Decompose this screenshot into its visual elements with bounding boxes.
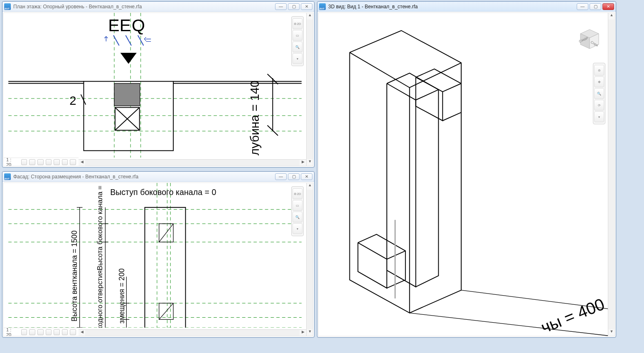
- facade-title: Фасад: Сторона размещения - Вентканал_в_…: [13, 174, 275, 180]
- threeD-view-window: 3D вид: Вид 1 - Вентканал_в_стене.rfa — …: [317, 1, 616, 338]
- plan-dim-depth: лубина = 140: [248, 81, 261, 156]
- view-cube[interactable]: Сзади Спра: [575, 25, 602, 51]
- steering-wheel-icon[interactable]: ⊚2D: [293, 18, 302, 29]
- horizontal-scrollbar[interactable]: ◀ ▶: [79, 159, 306, 166]
- rvt-file-icon: [4, 3, 11, 10]
- vertical-scrollbar[interactable]: ▲ ▼: [306, 183, 313, 336]
- threeD-dim-width: чы = 400: [538, 295, 607, 336]
- scroll-down-icon[interactable]: ▼: [307, 159, 313, 166]
- scroll-up-icon[interactable]: ▲: [307, 183, 313, 190]
- plan-drawing: EE Q 2 лубина = 140: [4, 13, 306, 158]
- eq-label-left: EE: [108, 16, 131, 35]
- minimize-button[interactable]: —: [275, 3, 287, 10]
- facade-drawing: Выступ бокового канала = 0: [4, 183, 306, 328]
- svg-line-50: [442, 84, 461, 92]
- plan-dim-2: 2: [69, 94, 76, 107]
- hide-isolate-icon[interactable]: [62, 159, 68, 165]
- nav-panel: ⊚2D ▭ 🔍 ▾: [291, 186, 304, 236]
- visual-style-icon[interactable]: [29, 329, 35, 335]
- threeD-drawing: чы = 400: [319, 13, 608, 336]
- facade-canvas[interactable]: Выступ бокового канала = 0: [3, 183, 313, 336]
- reveal-icon[interactable]: [70, 329, 76, 335]
- scroll-down-icon[interactable]: ▼: [307, 329, 313, 336]
- minimize-button[interactable]: —: [275, 173, 287, 180]
- maximize-button[interactable]: ▢: [288, 173, 300, 180]
- minimize-button[interactable]: —: [577, 3, 588, 10]
- shadows-icon[interactable]: [46, 329, 52, 335]
- expand-icon[interactable]: ▾: [293, 53, 302, 64]
- pan-icon[interactable]: ▭: [293, 200, 302, 211]
- svg-rect-33: [145, 207, 185, 328]
- steering-wheel-icon[interactable]: ⊚: [594, 65, 604, 76]
- scroll-down-icon[interactable]: ▼: [608, 329, 615, 336]
- detail-level-icon[interactable]: [21, 329, 27, 335]
- facade-label-offset: змещения = 200: [118, 268, 126, 323]
- shadows-icon[interactable]: [46, 159, 52, 165]
- threeD-titlebar[interactable]: 3D вид: Вид 1 - Вентканал_в_стене.rfa — …: [317, 2, 616, 12]
- close-button[interactable]: ✕: [301, 173, 312, 180]
- scroll-up-icon[interactable]: ▲: [608, 13, 615, 20]
- facade-view-control-bar: 1 : 20: [4, 328, 79, 336]
- vertical-scrollbar[interactable]: ▲ ▼: [608, 13, 615, 336]
- plan-scale[interactable]: 1 : 20: [6, 157, 17, 167]
- threeD-title: 3D вид: Вид 1 - Вентканал_в_стене.rfa: [328, 4, 577, 10]
- eq-label-right: Q: [132, 16, 145, 35]
- plan-canvas[interactable]: EE Q 2 лубина = 140: [3, 12, 313, 166]
- pan-icon[interactable]: ▭: [293, 30, 302, 41]
- plan-title: План этажа: Опорный уровень - Вентканал_…: [13, 4, 275, 10]
- scroll-up-icon[interactable]: ▲: [307, 13, 313, 20]
- crop-view-icon[interactable]: [54, 159, 60, 165]
- threeD-canvas[interactable]: чы = 400 Сзади Спра ⊚ ✥ 🔍 ⟳ ▾ ▲ ▼: [318, 12, 615, 336]
- scroll-left-icon[interactable]: ◀: [79, 330, 85, 336]
- nav-panel: ⊚2D ▭ 🔍 ▾: [291, 16, 304, 66]
- facade-view-window: Фасад: Сторона размещения - Вентканал_в_…: [2, 171, 315, 338]
- sun-path-icon[interactable]: [37, 329, 44, 335]
- close-button[interactable]: ✕: [301, 3, 312, 10]
- facade-label-height: Высота вентканала = 1500: [70, 230, 79, 321]
- sun-path-icon[interactable]: [37, 159, 44, 165]
- scroll-left-icon[interactable]: ◀: [79, 160, 85, 166]
- visual-style-icon[interactable]: [29, 159, 35, 165]
- scroll-right-icon[interactable]: ▶: [300, 160, 306, 166]
- detail-level-icon[interactable]: [21, 159, 27, 165]
- zoom-icon[interactable]: 🔍: [594, 88, 604, 99]
- maximize-button[interactable]: ▢: [590, 3, 601, 10]
- orbit-icon[interactable]: ⟳: [594, 100, 604, 111]
- zoom-icon[interactable]: 🔍: [293, 212, 302, 222]
- steering-wheel-icon[interactable]: ⊚2D: [293, 188, 302, 199]
- facade-scale[interactable]: 1 : 20: [6, 327, 17, 337]
- svg-rect-11: [114, 84, 140, 106]
- svg-line-51: [387, 251, 406, 259]
- close-button[interactable]: ✕: [602, 3, 614, 10]
- svg-line-49: [416, 90, 439, 100]
- svg-line-47: [401, 30, 410, 87]
- rvt-file-icon: [4, 173, 11, 180]
- zoom-icon[interactable]: 🔍: [293, 42, 302, 52]
- rvt-file-icon: [319, 3, 326, 10]
- facade-label-side: ходного отверстияВысота бокового канала …: [96, 185, 104, 328]
- expand-icon[interactable]: ▾: [594, 111, 604, 122]
- plan-view-window: План этажа: Опорный уровень - Вентканал_…: [2, 1, 315, 168]
- scroll-right-icon[interactable]: ▶: [300, 330, 306, 336]
- svg-line-37: [159, 303, 173, 319]
- crop-view-icon[interactable]: [54, 329, 60, 335]
- expand-icon[interactable]: ▾: [293, 223, 302, 234]
- facade-titlebar[interactable]: Фасад: Сторона размещения - Вентканал_в_…: [2, 172, 314, 182]
- maximize-button[interactable]: ▢: [288, 3, 300, 10]
- nav-panel: ⊚ ✥ 🔍 ⟳ ▾: [593, 63, 605, 124]
- plan-titlebar[interactable]: План этажа: Опорный уровень - Вентканал_…: [2, 2, 314, 12]
- pan-icon[interactable]: ✥: [594, 77, 604, 87]
- svg-marker-19: [120, 53, 137, 64]
- facade-label-protrusion: Выступ бокового канала = 0: [110, 188, 216, 197]
- plan-view-control-bar: 1 : 20: [4, 158, 79, 166]
- horizontal-scrollbar[interactable]: ◀ ▶: [79, 329, 306, 336]
- hide-isolate-icon[interactable]: [62, 329, 68, 335]
- reveal-icon[interactable]: [70, 159, 76, 165]
- svg-line-35: [159, 224, 173, 242]
- vertical-scrollbar[interactable]: ▲ ▼: [306, 13, 313, 166]
